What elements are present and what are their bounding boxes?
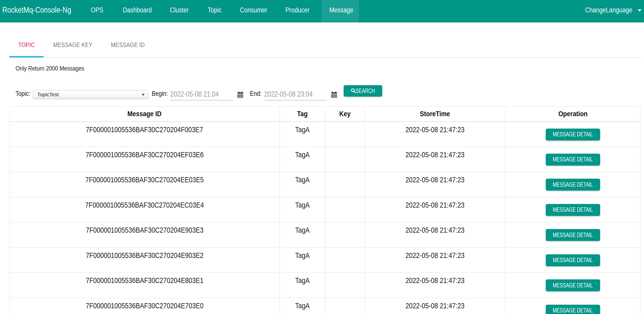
header-label: StoreTime: [420, 110, 450, 118]
app-brand[interactable]: RocketMq-Console-Ng: [2, 0, 83, 22]
begin-datetime-input[interactable]: 2022-05-08 21:04: [170, 89, 233, 100]
message-detail-button[interactable]: MESSAGE DETAIL: [546, 179, 600, 191]
table-row: 7F000001005536BAF30C270204F003E7 TagA 20…: [10, 122, 640, 147]
cell-text: TagA: [295, 302, 310, 310]
cell-text: 2022-05-08 21:47:23: [405, 201, 464, 209]
nav-item-label: Consumer: [240, 0, 267, 20]
nav-item-label: Message: [329, 0, 354, 20]
nav-item-label: Dashboard: [123, 0, 152, 20]
header-operation: Operation: [505, 107, 640, 122]
tab-label: MESSAGE ID: [111, 41, 145, 49]
cell-tag: TagA: [280, 172, 325, 197]
label-text: Topic:: [16, 90, 30, 97]
cell-tag: TagA: [280, 247, 325, 273]
messages-table-wrap: Message ID Tag Key StoreTime Operation 7…: [9, 106, 640, 314]
end-datetime-value: 2022-05-08 23:04: [264, 90, 313, 98]
message-detail-button[interactable]: MESSAGE DETAIL: [546, 154, 600, 166]
message-detail-button[interactable]: MESSAGE DETAIL: [546, 279, 600, 291]
nav-item-label: Cluster: [170, 0, 189, 20]
tab-topic[interactable]: TOPIC: [9, 36, 44, 57]
main-nav: OPS Dashboard Cluster Topic Consumer Pro…: [85, 0, 359, 22]
begin-calendar-icon[interactable]: [237, 92, 243, 98]
message-detail-button[interactable]: MESSAGE DETAIL: [546, 254, 600, 266]
cell-text: 2022-05-08 21:47:23: [405, 277, 464, 284]
topic-select[interactable]: TopicTest: [33, 90, 148, 99]
message-detail-label: MESSAGE DETAIL: [553, 307, 593, 314]
cell-message-id: 7F000001005536BAF30C270204EF03E6: [10, 147, 280, 172]
cell-text: TagA: [295, 226, 310, 234]
cell-text: 7F000001005536BAF30C270204E703E0: [86, 302, 203, 310]
tab-message-id[interactable]: MESSAGE ID: [102, 36, 154, 57]
cell-text: 2022-05-08 21:47:23: [405, 151, 464, 159]
topic-label: Topic:: [16, 90, 33, 97]
tab-message-key[interactable]: MESSAGE KEY: [44, 36, 102, 57]
cell-tag: TagA: [280, 122, 325, 147]
cell-store-time: 2022-05-08 21:47:23: [365, 147, 505, 172]
cell-operation: MESSAGE DETAIL: [505, 298, 640, 314]
table-row: 7F000001005536BAF30C270204E903E2 TagA 20…: [10, 247, 640, 273]
nav-item-ops[interactable]: OPS: [85, 0, 109, 22]
cell-text: 2022-05-08 21:47:23: [405, 226, 464, 234]
cell-text: 2022-05-08 21:47:23: [405, 176, 464, 184]
topic-select-wrap: TopicTest: [33, 90, 148, 99]
cell-text: 7F000001005536BAF30C270204EC03E4: [85, 201, 204, 209]
end-datetime-input[interactable]: 2022-05-08 23:04: [264, 89, 327, 100]
nav-item-producer[interactable]: Producer: [279, 0, 316, 22]
cell-tag: TagA: [280, 298, 325, 314]
cell-store-time: 2022-05-08 21:47:23: [365, 222, 505, 248]
header-key: Key: [325, 107, 365, 122]
cell-key: [325, 298, 365, 314]
cell-key: [325, 122, 365, 147]
cell-text: 2022-05-08 21:47:23: [405, 302, 464, 310]
message-detail-label: MESSAGE DETAIL: [553, 131, 593, 138]
end-label: End:: [250, 90, 264, 97]
caret-down-icon: [638, 9, 641, 12]
header-store-time: StoreTime: [365, 107, 505, 122]
nav-item-topic[interactable]: Topic: [202, 0, 227, 22]
message-detail-button[interactable]: MESSAGE DETAIL: [546, 305, 600, 314]
message-detail-button[interactable]: MESSAGE DETAIL: [546, 229, 600, 241]
cell-message-id: 7F000001005536BAF30C270204E803E1: [10, 273, 280, 298]
cell-text: TagA: [295, 252, 310, 259]
cell-key: [325, 147, 365, 172]
nav-item-consumer[interactable]: Consumer: [233, 0, 274, 22]
cell-message-id: 7F000001005536BAF30C270204EC03E4: [10, 197, 280, 222]
cell-key: [325, 222, 365, 248]
nav-item-dashboard[interactable]: Dashboard: [116, 0, 159, 22]
table-row: 7F000001005536BAF30C270204E803E1 TagA 20…: [10, 273, 640, 298]
message-detail-label: MESSAGE DETAIL: [553, 257, 593, 264]
cell-text: 7F000001005536BAF30C270204E903E3: [86, 226, 203, 234]
cell-key: [325, 172, 365, 197]
message-detail-label: MESSAGE DETAIL: [553, 156, 593, 163]
cell-message-id: 7F000001005536BAF30C270204E903E3: [10, 222, 280, 248]
label-text: End:: [250, 90, 262, 97]
cell-operation: MESSAGE DETAIL: [505, 147, 640, 172]
message-detail-button[interactable]: MESSAGE DETAIL: [546, 129, 600, 140]
cell-tag: TagA: [280, 273, 325, 298]
cell-message-id: 7F000001005536BAF30C270204E903E2: [10, 247, 280, 273]
cell-store-time: 2022-05-08 21:47:23: [365, 298, 505, 314]
nav-item-label: Producer: [285, 0, 309, 20]
cell-text: TagA: [295, 201, 310, 209]
begin-datetime-value: 2022-05-08 21:04: [170, 90, 219, 98]
header-label: Message ID: [127, 110, 162, 118]
nav-item-cluster[interactable]: Cluster: [164, 0, 195, 22]
notice-label: Only Return 2000 Messages: [16, 65, 84, 72]
header-label: Tag: [297, 110, 308, 118]
message-detail-button[interactable]: MESSAGE DETAIL: [546, 204, 600, 216]
end-calendar-icon[interactable]: [331, 92, 337, 98]
nav-item-label: Topic: [208, 0, 222, 20]
app-brand-label: RocketMq-Console-Ng: [2, 0, 71, 20]
change-language-label: ChangeLanguage: [585, 6, 632, 14]
nav-item-message[interactable]: Message: [322, 0, 359, 22]
header-label: Key: [339, 110, 351, 118]
cell-tag: TagA: [280, 147, 325, 172]
cell-text: 7F000001005536BAF30C270204EF03E6: [86, 151, 204, 159]
table-header-row: Message ID Tag Key StoreTime Operation: [10, 107, 640, 122]
table-row: 7F000001005536BAF30C270204EC03E4 TagA 20…: [10, 197, 640, 222]
label-text: Begin:: [152, 90, 168, 97]
cell-text: 2022-05-08 21:47:23: [405, 252, 464, 259]
search-button[interactable]: SEARCH: [344, 85, 382, 97]
cell-text: TagA: [295, 151, 310, 159]
change-language-menu[interactable]: ChangeLanguage: [577, 0, 641, 20]
